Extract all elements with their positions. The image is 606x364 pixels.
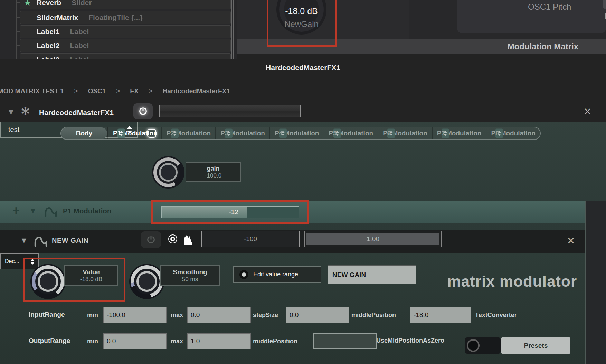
value-knob[interactable] xyxy=(30,264,66,299)
tree-item-reverb[interactable]: ★ Reverb Slider xyxy=(20,0,231,9)
tree-item-type: Slider xyxy=(72,0,92,7)
modulation-matrix-header: Modulation Matrix xyxy=(237,39,606,54)
fold-triangle-icon[interactable]: ▼ xyxy=(7,108,15,116)
osc1-pitch-label: OSC1 Pitch xyxy=(528,2,590,12)
osc1-pitch-slider[interactable] xyxy=(605,13,606,19)
tree-item-name: Label1 xyxy=(37,28,60,36)
tree-item-name: Reverb xyxy=(37,0,61,7)
text-converter-label: TextConverter xyxy=(475,312,517,319)
osc1-pitch-value[interactable]: +0. xyxy=(603,0,606,9)
step-size-field[interactable] xyxy=(286,307,349,323)
tree-item-type: Label xyxy=(70,56,89,59)
tree-item-name: Label3 xyxy=(37,56,60,59)
input-range-label: InputRange xyxy=(29,311,65,318)
tree-guide-line xyxy=(16,0,17,59)
power-icon xyxy=(146,235,156,245)
middle-position-label: middlePosition xyxy=(351,312,396,319)
plot-icon[interactable] xyxy=(183,234,193,246)
min-label: min xyxy=(87,312,98,319)
osc-panel-area: OSC1 Pitch +0. xyxy=(409,0,606,39)
osc1-pitch-panel: OSC1 Pitch +0. xyxy=(457,0,606,33)
min-value-slider[interactable]: -100 xyxy=(201,231,300,247)
tab-p6-modulation[interactable]: P6 Modulation xyxy=(378,127,432,139)
tab-p2-modulation[interactable]: P2 Modulation xyxy=(161,127,216,139)
step-size-label: stepSize xyxy=(253,312,278,319)
close-icon[interactable]: × xyxy=(567,234,575,247)
breadcrumb-item[interactable]: HardcodedMasterFX1 xyxy=(163,87,230,95)
tree-item-name: SliderMatrix xyxy=(37,13,78,22)
modulator-title: NEW GAIN xyxy=(52,237,88,245)
new-gain-body: Value -18.0 dB Smoothing 50 ms Edit valu… xyxy=(0,253,585,364)
modulator-power-button[interactable] xyxy=(141,231,161,248)
target-ring-icon[interactable] xyxy=(168,234,177,243)
smoothing-knob[interactable] xyxy=(129,264,164,299)
tree-item-slidermatrix[interactable]: SliderMatrix FloatingTile {...} xyxy=(20,11,231,24)
tree-item-type: Label xyxy=(70,28,89,36)
new-gain-header: ▼ NEW GAIN -100 1.00 × xyxy=(0,230,585,253)
intensity-slider[interactable]: 1.00 xyxy=(304,231,442,247)
tab-p1-modulation[interactable]: P1 Modulation xyxy=(107,127,161,139)
use-mid-position-toggle[interactable] xyxy=(465,337,501,354)
tree-item-label3[interactable]: Label3 Label xyxy=(20,53,231,59)
snowflake-icon: ✻ xyxy=(21,105,30,118)
fold-triangle-icon[interactable]: ▼ xyxy=(29,207,37,215)
matrix-modulator-watermark: matrix modulator xyxy=(415,273,577,290)
modulation-tab-bar: Body P1 Modulation P2 Modulation P3 Modu… xyxy=(60,127,541,140)
breadcrumb-separator: > xyxy=(116,88,120,95)
p1-modulation-value-slider[interactable]: -12 xyxy=(161,206,299,218)
panel-divider[interactable] xyxy=(233,0,234,59)
power-icon xyxy=(138,106,148,116)
add-icon[interactable]: + xyxy=(12,203,20,218)
tab-p3-modulation[interactable]: P3 Modulation xyxy=(215,127,269,139)
output-range-min-field[interactable] xyxy=(103,333,167,349)
fold-triangle-icon[interactable]: ▼ xyxy=(20,237,28,245)
newgain-knob-value: -18.0 dB xyxy=(263,6,340,16)
component-tree: ★ Reverb Slider SliderMatrix FloatingTil… xyxy=(0,0,237,59)
star-icon: ★ xyxy=(24,0,31,8)
panel-right-gutter xyxy=(585,201,606,364)
slider-fill: -12 xyxy=(162,207,247,218)
middle-position-field[interactable] xyxy=(410,307,471,323)
module-power-button[interactable] xyxy=(133,103,153,119)
text-converter-dropdown[interactable]: Dec... xyxy=(0,253,39,269)
gain-knob[interactable] xyxy=(152,156,184,189)
tab-p8-modulation[interactable]: P8 Modulation xyxy=(486,127,540,139)
led-icon xyxy=(239,270,248,279)
max-label: max xyxy=(171,338,183,345)
tree-item-label2[interactable]: Label2 Label xyxy=(20,39,231,52)
max-label: max xyxy=(171,312,183,319)
tab-p5-modulation[interactable]: P5 Modulation xyxy=(324,127,378,139)
interface-preview-panel: -18.0 dB NewGain xyxy=(237,0,409,39)
modulator-curve-icon xyxy=(44,207,57,217)
value-knob-label: Value -18.0 dB xyxy=(64,265,118,286)
tree-item-label1[interactable]: Label1 Label xyxy=(20,25,231,38)
output-range-max-field[interactable] xyxy=(187,333,251,349)
breadcrumb-item[interactable]: OSC1 xyxy=(88,87,106,95)
section-title: P1 Modulation xyxy=(63,207,112,215)
panel-divider[interactable] xyxy=(231,0,232,59)
input-range-min-field[interactable] xyxy=(103,307,167,323)
output-middle-position-field[interactable] xyxy=(313,333,377,349)
module-title: HardcodedMasterFX1 xyxy=(39,108,114,117)
tab-p4-modulation[interactable]: P4 Modulation xyxy=(269,127,324,139)
module-level-meter[interactable] xyxy=(159,105,301,117)
presets-button[interactable]: Presets xyxy=(501,337,570,354)
newgain-knob-label: NewGain xyxy=(263,19,340,29)
use-mid-position-label: UseMidPositionAsZero xyxy=(376,337,444,344)
breadcrumb-item[interactable]: FX xyxy=(130,87,138,95)
tree-item-type: FloatingTile {...} xyxy=(88,13,143,22)
edit-value-range-button[interactable]: Edit value range xyxy=(233,266,321,283)
screenshot-root: ★ Reverb Slider SliderMatrix FloatingTil… xyxy=(0,0,606,364)
breadcrumb: MOD MATRIX TEST 1 > OSC1 > FX > Hardcode… xyxy=(0,87,230,95)
breadcrumb-item[interactable]: MOD MATRIX TEST 1 xyxy=(0,87,64,95)
min-label: min xyxy=(87,338,98,345)
input-range-max-field[interactable] xyxy=(187,307,251,323)
window-title: HardcodedMasterFX1 xyxy=(0,64,606,72)
tab-body[interactable]: Body xyxy=(61,127,107,139)
tab-p7-modulation[interactable]: P7 Modulation xyxy=(432,127,486,139)
newgain-preview-knob[interactable] xyxy=(276,0,326,35)
close-icon[interactable]: × xyxy=(584,105,591,118)
power-led-icon xyxy=(147,129,156,138)
modulator-name-field[interactable] xyxy=(328,265,416,284)
tree-item-type: Label xyxy=(70,41,89,50)
